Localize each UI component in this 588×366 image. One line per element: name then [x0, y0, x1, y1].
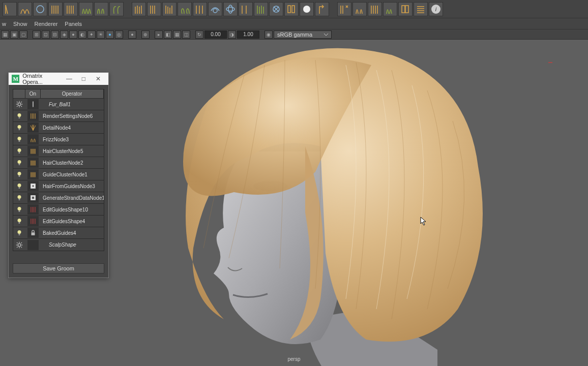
shelf-tool[interactable] — [414, 2, 428, 16]
shelf-tool[interactable] — [352, 2, 367, 16]
operator-row[interactable]: HairClusterNode5 — [13, 145, 104, 157]
lightbulb-icon[interactable] — [13, 171, 25, 178]
operator-icon[interactable] — [25, 99, 41, 109]
panel-tool[interactable]: ⊕ — [141, 30, 150, 39]
panel-tool[interactable]: ◧ — [164, 30, 172, 39]
lightbulb-icon[interactable] — [13, 218, 25, 225]
operator-row[interactable]: HairClusterNode2 — [13, 157, 104, 169]
operator-row[interactable]: Fur_Ball1 — [13, 99, 104, 110]
panel-tool[interactable]: ⊞ — [33, 30, 41, 39]
operator-row[interactable]: DetailNode4 — [13, 122, 104, 134]
header-operator[interactable]: Operator — [41, 89, 104, 98]
operator-row[interactable]: FrizzNode3 — [13, 134, 104, 145]
panel-tool[interactable]: ✦ — [87, 30, 96, 39]
operator-icon[interactable] — [25, 228, 41, 238]
color-mgmt-toggle[interactable]: ◉ — [264, 30, 273, 39]
lightbulb-icon[interactable] — [13, 194, 25, 201]
header-on[interactable]: On — [25, 89, 41, 98]
shelf-tool[interactable] — [132, 2, 146, 16]
window-titlebar[interactable]: M Ornatrix Opera... — □ ✕ — [9, 73, 108, 85]
shelf-tool[interactable] — [315, 2, 329, 16]
operator-icon[interactable] — [25, 240, 41, 250]
menu-item[interactable]: w — [2, 21, 6, 27]
close-button[interactable]: ✕ — [91, 74, 105, 84]
lightbulb-icon[interactable] — [13, 229, 25, 236]
panel-tool[interactable]: ☀ — [97, 30, 105, 39]
panel-tool[interactable]: ◑ — [228, 30, 236, 39]
minimize-button[interactable]: — — [62, 74, 76, 84]
panel-tool[interactable]: ◫ — [182, 30, 190, 39]
operator-row[interactable]: GenerateStrandDataNode1 — [13, 192, 104, 204]
panel-tool[interactable]: ◎ — [115, 30, 123, 39]
panel-tool[interactable]: ◈ — [60, 30, 68, 39]
shelf-tool[interactable] — [3, 2, 17, 16]
panel-tool[interactable]: ● — [69, 30, 77, 39]
exposure-field[interactable]: 0.00 — [204, 30, 227, 39]
gear-icon[interactable] — [13, 241, 25, 249]
shelf-tool[interactable] — [193, 2, 207, 16]
gear-icon[interactable] — [13, 101, 25, 108]
shelf-tool[interactable] — [254, 2, 268, 16]
shelf-tool[interactable] — [48, 2, 63, 16]
menu-item-show[interactable]: Show — [13, 21, 27, 27]
save-groom-button[interactable]: Save Groom — [13, 263, 104, 273]
shelf-tool[interactable] — [239, 2, 253, 16]
operator-icon[interactable] — [25, 169, 41, 179]
operator-icon[interactable] — [25, 146, 41, 156]
panel-tool[interactable]: ● — [106, 30, 114, 39]
menu-item-renderer[interactable]: Renderer — [34, 21, 57, 27]
menu-item-panels[interactable]: Panels — [65, 21, 82, 27]
shelf-tool[interactable] — [109, 2, 124, 16]
shelf-tool[interactable] — [33, 2, 47, 16]
panel-tool[interactable]: ◐ — [78, 30, 86, 39]
lightbulb-icon[interactable] — [13, 182, 25, 190]
shelf-tool[interactable] — [284, 2, 299, 16]
color-mgmt-dropdown[interactable]: sRGB gamma — [274, 30, 332, 39]
panel-tool[interactable]: ▦ — [173, 30, 181, 39]
shelf-tool[interactable] — [147, 2, 161, 16]
panel-tool[interactable]: ↻ — [195, 30, 203, 39]
lightbulb-icon[interactable] — [13, 206, 25, 213]
shelf-tool[interactable] — [162, 2, 177, 16]
lightbulb-icon[interactable] — [13, 159, 25, 166]
operator-row[interactable]: RenderSettingsNode6 — [13, 110, 104, 122]
panel-tool[interactable]: ▸ — [155, 30, 163, 39]
operator-row[interactable]: BakedGuides4 — [13, 227, 104, 239]
shelf-tool[interactable] — [300, 2, 314, 16]
operator-icon[interactable] — [25, 181, 41, 191]
maximize-button[interactable]: □ — [76, 74, 91, 84]
lightbulb-icon[interactable] — [13, 147, 25, 155]
operator-icon[interactable] — [25, 204, 41, 215]
operator-icon[interactable] — [25, 111, 41, 121]
lightbulb-icon[interactable] — [13, 112, 25, 119]
operator-icon[interactable] — [25, 123, 41, 133]
operator-row[interactable]: EditGuidesShape4 — [13, 216, 104, 227]
panel-tool[interactable]: ⊡ — [42, 30, 50, 39]
panel-tool[interactable]: ▦ — [1, 30, 9, 39]
shelf-tool[interactable] — [368, 2, 382, 16]
operator-icon[interactable] — [25, 158, 41, 168]
shelf-tool[interactable] — [383, 2, 397, 16]
operator-icon[interactable] — [25, 216, 41, 226]
gamma-field[interactable]: 1.00 — [237, 30, 259, 39]
shelf-tool[interactable] — [94, 2, 108, 16]
lightbulb-icon[interactable] — [13, 136, 25, 143]
panel-tool[interactable]: ⊟ — [51, 30, 59, 39]
operator-row[interactable]: ScalpShape — [13, 239, 104, 251]
shelf-tool[interactable] — [178, 2, 192, 16]
operator-row[interactable]: HairFromGuidesNode3 — [13, 180, 104, 192]
operator-icon[interactable] — [25, 134, 41, 144]
panel-tool[interactable]: ● — [128, 30, 136, 39]
panel-tool[interactable]: ▣ — [10, 30, 18, 39]
shelf-tool[interactable] — [398, 2, 413, 16]
operator-row[interactable]: GuideClusterNode1 — [13, 169, 104, 180]
shelf-tool[interactable] — [208, 2, 222, 16]
shelf-tool[interactable] — [64, 2, 78, 16]
panel-tool[interactable]: ▢ — [19, 30, 27, 39]
lightbulb-icon[interactable] — [13, 124, 25, 131]
shelf-tool[interactable] — [269, 2, 283, 16]
shelf-tool[interactable]: i — [429, 2, 443, 16]
operator-stack-window[interactable]: M Ornatrix Opera... — □ ✕ On Operator Fu… — [8, 72, 109, 278]
shelf-tool[interactable] — [18, 2, 32, 16]
shelf-tool[interactable] — [79, 2, 93, 16]
